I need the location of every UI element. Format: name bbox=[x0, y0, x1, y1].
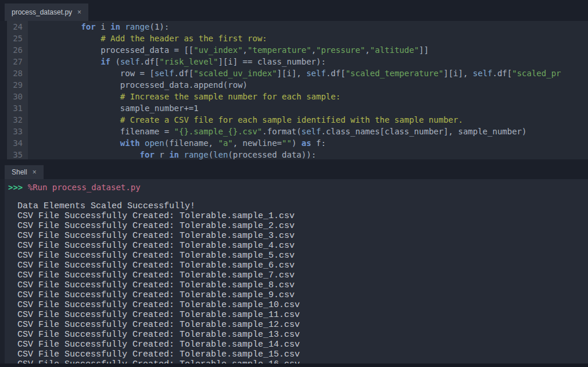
shell-output-line: CSV File Successfully Created: Tolerable… bbox=[17, 330, 588, 340]
line-number: 25 bbox=[0, 33, 28, 44]
code-text: for r in range(len(processed_data)): bbox=[28, 149, 316, 159]
code-line-25: 25 # Add the header as the first row: bbox=[0, 33, 588, 44]
shell-prompt-line: >>> %Run process_dataset.py bbox=[5, 179, 588, 193]
line-number: 32 bbox=[0, 114, 28, 126]
shell-output-line: CSV File Successfully Created: Tolerable… bbox=[17, 221, 588, 231]
shell-output: Data Elements Scaled Successfully!CSV Fi… bbox=[5, 201, 588, 364]
line-number: 27 bbox=[0, 56, 28, 67]
shell-panel[interactable]: >>> %Run process_dataset.py Data Element… bbox=[0, 179, 588, 364]
line-number: 29 bbox=[0, 79, 28, 91]
code-text: for i in range(1): bbox=[28, 21, 169, 33]
code-text: filename = "{}.sample_{}.csv".format(sel… bbox=[28, 126, 526, 137]
code-line-35: 35 for r in range(len(processed_data)): bbox=[0, 149, 588, 159]
tab-close-icon[interactable]: × bbox=[77, 8, 81, 16]
editor-tab-bar: process_dataset.py × bbox=[0, 0, 588, 21]
ide-window: process_dataset.py × 24 for i in range(1… bbox=[0, 0, 588, 367]
shell-output-line: CSV File Successfully Created: Tolerable… bbox=[17, 359, 588, 364]
editor-tab-process-dataset[interactable]: process_dataset.py × bbox=[5, 3, 88, 21]
line-number: 28 bbox=[0, 67, 28, 79]
editor-tab-label: process_dataset.py bbox=[12, 8, 72, 16]
code-text: sample_number+=1 bbox=[28, 102, 199, 114]
tab-close-icon[interactable]: × bbox=[33, 168, 37, 176]
shell-prompt: >>> bbox=[8, 183, 28, 192]
code-text: row = [self.df["scaled_uv_index"][i], se… bbox=[28, 67, 561, 79]
code-editor[interactable]: 24 for i in range(1):25 # Add the header… bbox=[0, 21, 588, 159]
bottom-edge-strip bbox=[0, 364, 588, 367]
shell-run-command: %Run process_dataset.py bbox=[28, 183, 141, 192]
code-lines: 24 for i in range(1):25 # Add the header… bbox=[0, 21, 588, 159]
code-text: with open(filename, "a", newline="") as … bbox=[28, 137, 326, 149]
shell-output-line: Data Elements Scaled Successfully! bbox=[17, 201, 588, 211]
line-number: 35 bbox=[0, 149, 28, 159]
line-number: 30 bbox=[0, 91, 28, 102]
shell-output-line: CSV File Successfully Created: Tolerable… bbox=[17, 290, 588, 300]
code-line-30: 30 # Increase the sample number for each… bbox=[0, 91, 588, 102]
shell-output-line: CSV File Successfully Created: Tolerable… bbox=[17, 251, 588, 261]
shell-output-line: CSV File Successfully Created: Tolerable… bbox=[17, 280, 588, 290]
shell-output-line: CSV File Successfully Created: Tolerable… bbox=[17, 241, 588, 251]
shell-output-line: CSV File Successfully Created: Tolerable… bbox=[17, 320, 588, 330]
shell-output-line: CSV File Successfully Created: Tolerable… bbox=[17, 211, 588, 221]
code-text: if (self.df["risk_level"][i] == class_nu… bbox=[28, 56, 326, 67]
line-number: 33 bbox=[0, 126, 28, 137]
shell-output-line: CSV File Successfully Created: Tolerable… bbox=[17, 340, 588, 350]
line-number: 26 bbox=[0, 44, 28, 56]
shell-output-line: CSV File Successfully Created: Tolerable… bbox=[17, 300, 588, 310]
code-line-29: 29 processed_data.append(row) bbox=[0, 79, 588, 91]
shell-tab-label: Shell bbox=[12, 168, 27, 176]
line-number: 34 bbox=[0, 137, 28, 149]
shell-output-line: CSV File Successfully Created: Tolerable… bbox=[17, 310, 588, 320]
code-text: # Create a CSV file for each sample iden… bbox=[28, 114, 463, 126]
shell-output-line: CSV File Successfully Created: Tolerable… bbox=[17, 261, 588, 270]
code-line-33: 33 filename = "{}.sample_{}.csv".format(… bbox=[0, 126, 588, 137]
line-number: 31 bbox=[0, 102, 28, 114]
shell-output-line: CSV File Successfully Created: Tolerable… bbox=[17, 270, 588, 280]
code-line-27: 27 if (self.df["risk_level"][i] == class… bbox=[0, 56, 588, 67]
shell-output-line: CSV File Successfully Created: Tolerable… bbox=[17, 350, 588, 359]
code-text: processed_data.append(row) bbox=[28, 79, 248, 91]
code-line-28: 28 row = [self.df["scaled_uv_index"][i],… bbox=[0, 67, 588, 79]
code-text: # Add the header as the first row: bbox=[28, 33, 267, 44]
code-text: # Increase the sample number for each sa… bbox=[28, 91, 340, 102]
code-line-26: 26 processed_data = [["uv_index","temper… bbox=[0, 44, 588, 56]
shell-output-line: CSV File Successfully Created: Tolerable… bbox=[17, 231, 588, 241]
code-line-34: 34 with open(filename, "a", newline="") … bbox=[0, 137, 588, 149]
shell-tab-bar: Shell × bbox=[0, 159, 588, 179]
code-line-31: 31 sample_number+=1 bbox=[0, 102, 588, 114]
code-text: processed_data = [["uv_index","temperatu… bbox=[28, 44, 429, 56]
shell-tab[interactable]: Shell × bbox=[5, 165, 44, 179]
code-line-24: 24 for i in range(1): bbox=[0, 21, 588, 33]
line-number: 24 bbox=[0, 21, 28, 33]
code-line-32: 32 # Create a CSV file for each sample i… bbox=[0, 114, 588, 126]
